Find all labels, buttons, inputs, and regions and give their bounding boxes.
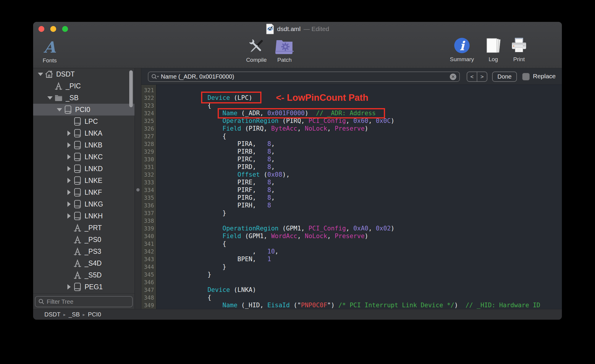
breadcrumb-sb[interactable]: _SB: [69, 311, 80, 318]
method-icon: [73, 247, 82, 256]
tree-item-lnkd[interactable]: LNKD: [33, 163, 135, 175]
find-previous-button[interactable]: <: [467, 72, 477, 81]
line-number: 335: [141, 194, 156, 202]
disclosure-right-icon[interactable]: [66, 154, 72, 160]
disclosure-right-icon[interactable]: [66, 166, 72, 171]
annotation-box-name-adr: [218, 108, 385, 118]
tree-item-_sb[interactable]: _SB: [33, 92, 135, 104]
breadcrumb-dsdt[interactable]: DSDT: [44, 311, 60, 318]
line-number: 334: [141, 186, 156, 194]
disclosure-right-icon[interactable]: [66, 142, 72, 148]
tree-item-label: _PS0: [85, 236, 101, 244]
breadcrumb-separator-icon: ▸: [63, 312, 66, 317]
status-bar: DSDT ▸ _SB ▸ PCI0: [33, 309, 562, 320]
tree-item-lnkg[interactable]: LNKG: [33, 198, 135, 210]
sidebar: DSDT_PIC_SBPCI0LPCLNKALNKBLNKCLNKDLNKELN…: [33, 68, 135, 309]
tree-item-label: LNKC: [85, 153, 103, 161]
clear-search-icon[interactable]: ✕: [450, 74, 456, 80]
find-next-button[interactable]: >: [477, 72, 487, 81]
tree-item-label: LNKE: [85, 177, 102, 185]
patch-label: Patch: [277, 57, 292, 63]
line-number: 336: [141, 202, 156, 209]
method-icon: [54, 81, 63, 91]
method-icon: [73, 223, 82, 233]
disclosure-right-icon[interactable]: [66, 190, 72, 195]
compile-button[interactable]: Compile: [243, 37, 270, 63]
disclosure-right-icon[interactable]: [66, 213, 72, 219]
tree-item-lnkh[interactable]: LNKH: [33, 210, 135, 222]
method-icon: [73, 259, 82, 268]
tree-item-_prt[interactable]: _PRT: [33, 222, 135, 234]
tree-item-label: PEG1: [85, 283, 103, 291]
disclosure-down-icon[interactable]: [56, 108, 63, 111]
patch-button[interactable]: Patch: [271, 37, 298, 63]
fonts-label: Fonts: [43, 57, 57, 64]
compile-icon: [247, 37, 266, 56]
tree-item-label: _PRT: [85, 224, 102, 232]
code-line-340: Field (GPM1, WordAcc, NoLock, Preserve): [163, 232, 562, 240]
tree-item-_ps0[interactable]: _PS0: [33, 234, 135, 246]
summary-button[interactable]: i Summary: [447, 37, 477, 63]
disclosure-right-icon[interactable]: [66, 131, 72, 136]
search-icon: [38, 299, 44, 305]
tree-item-label: _SB: [66, 94, 78, 102]
line-number: 328: [141, 140, 156, 148]
find-input[interactable]: Name (_ADR, 0x001F0000) ✕: [148, 72, 460, 82]
editor-pane: Name (_ADR, 0x001F0000) ✕ < > Done Repla…: [141, 68, 562, 309]
line-number: 323: [141, 102, 156, 109]
line-number: 347: [141, 286, 156, 294]
tree-item-lnke[interactable]: LNKE: [33, 175, 135, 186]
line-number: 337: [141, 209, 156, 217]
filter-tree-input[interactable]: Filter Tree: [35, 296, 133, 307]
tree-item-peg1[interactable]: PEG1: [33, 281, 135, 293]
replace-checkbox[interactable]: [522, 73, 530, 80]
line-number: 349: [141, 301, 156, 309]
tree-item-pci0[interactable]: PCI0: [33, 104, 135, 116]
line-number: 344: [141, 263, 156, 271]
sidebar-scrollbar[interactable]: [129, 70, 133, 107]
code-view[interactable]: 3213223233243253263273283293303313323333…: [141, 85, 562, 309]
document-icon: [266, 24, 274, 34]
splitter-handle-icon: [136, 188, 140, 191]
window-chrome: dsdt.aml — Edited A Fonts: [33, 22, 562, 68]
line-number: 324: [141, 109, 156, 117]
tree-item-lpc[interactable]: LPC: [33, 116, 135, 127]
code-line-329: PIRB, 8,: [163, 148, 562, 155]
disclosure-right-icon[interactable]: [66, 202, 72, 207]
fonts-button[interactable]: A Fonts: [38, 39, 62, 64]
code-line-339: OperationRegion (GPM1, PCI_Config, 0xA0,…: [163, 225, 562, 232]
tree-item-_pic[interactable]: _PIC: [33, 80, 135, 92]
tree-item-_s4d[interactable]: _S4D: [33, 257, 135, 269]
tree-item-dsdt[interactable]: DSDT: [33, 68, 135, 80]
line-number: 331: [141, 163, 156, 171]
log-button[interactable]: Log: [481, 37, 505, 63]
print-button[interactable]: Print: [506, 37, 532, 63]
breadcrumb-pci0[interactable]: PCI0: [88, 311, 101, 318]
code-line-328: PIRA, 8,: [163, 140, 562, 148]
line-number-gutter: 3213223233243253263273283293303313323333…: [141, 85, 157, 309]
tree-item-label: LPC: [85, 118, 98, 126]
code-line-331: PIRD, 8,: [163, 163, 562, 171]
device-icon: [73, 140, 82, 150]
tree-item-lnkf[interactable]: LNKF: [33, 186, 135, 198]
annotation-arrow-text: <- LowPinCount Path: [276, 92, 368, 103]
device-icon: [73, 129, 82, 138]
code-line-343: BPEN, 1: [163, 255, 562, 263]
titlebar[interactable]: dsdt.aml — Edited: [33, 22, 562, 37]
tree-item-lnkb[interactable]: LNKB: [33, 139, 135, 151]
disclosure-right-icon[interactable]: [66, 284, 72, 290]
disclosure-down-icon[interactable]: [37, 73, 44, 76]
tree-item-lnkc[interactable]: LNKC: [33, 151, 135, 163]
disclosure-down-icon[interactable]: [47, 96, 53, 100]
line-number: 329: [141, 148, 156, 155]
pane-splitter[interactable]: [135, 68, 141, 309]
tree-item-_ps3[interactable]: _PS3: [33, 246, 135, 257]
code-line-342: , 10,: [163, 248, 562, 255]
tree-item-lnka[interactable]: LNKA: [33, 127, 135, 139]
line-number: 340: [141, 232, 156, 240]
line-number: 326: [141, 125, 156, 132]
code-line-348: {: [163, 294, 562, 301]
done-button[interactable]: Done: [492, 72, 517, 82]
tree-item-_s5d[interactable]: _S5D: [33, 269, 135, 281]
disclosure-right-icon[interactable]: [66, 178, 72, 183]
